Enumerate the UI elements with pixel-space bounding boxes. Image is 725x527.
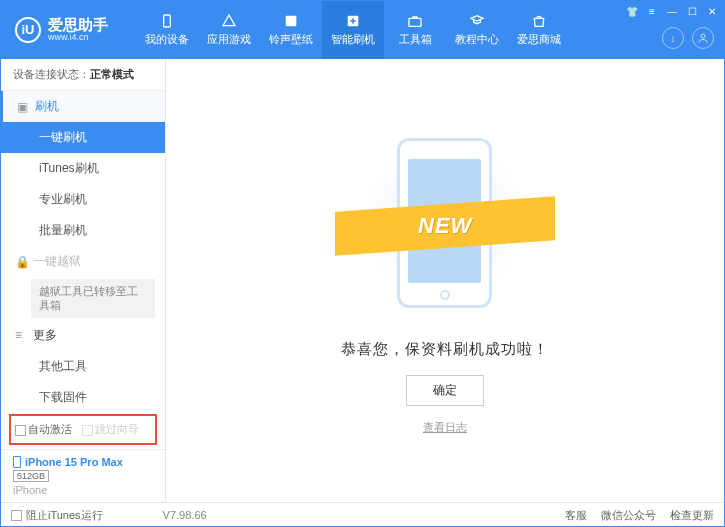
svg-rect-1 [286,16,297,27]
nav-smart-flash[interactable]: 智能刷机 [322,1,384,59]
block-itunes-checkbox[interactable]: 阻止iTunes运行 [11,508,103,523]
logo: iU 爱思助手 www.i4.cn [1,17,118,43]
menu-download-fw[interactable]: 下载固件 [1,382,165,410]
menu-icon[interactable]: ≡ [646,5,658,17]
footer: 阻止iTunes运行 V7.98.66 客服 微信公众号 检查更新 [1,502,724,527]
window-controls: 👕 ≡ — ☐ ✕ [626,5,718,17]
nav-apps-games[interactable]: 应用游戏 [198,1,260,59]
footer-support[interactable]: 客服 [565,508,587,523]
menu-group-jailbreak[interactable]: 🔒一键越狱 [1,246,165,277]
logo-icon: iU [15,17,41,43]
close-icon[interactable]: ✕ [706,5,718,17]
footer-update[interactable]: 检查更新 [670,508,714,523]
menu-other-tools[interactable]: 其他工具 [1,351,165,382]
activation-options: 自动激活 跳过向导 [9,414,157,445]
svg-rect-0 [164,15,171,27]
footer-wechat[interactable]: 微信公众号 [601,508,656,523]
skip-guide-checkbox: 跳过向导 [82,422,139,437]
sidebar: 设备连接状态：正常模式 ▣刷机 一键刷机 iTunes刷机 专业刷机 批量刷机 … [1,59,166,502]
user-button[interactable] [692,27,714,49]
nav-my-device[interactable]: 我的设备 [136,1,198,59]
app-url: www.i4.cn [48,33,108,43]
nav-store[interactable]: 爱思商城 [508,1,570,59]
skin-icon[interactable]: 👕 [626,5,638,17]
menu-group-flash[interactable]: ▣刷机 [1,91,165,122]
view-log-link[interactable]: 查看日志 [423,420,467,435]
menu-group-more[interactable]: ≡更多 [1,320,165,351]
device-storage: 512GB [13,470,49,482]
device-type: iPhone [13,484,153,496]
auto-activate-checkbox[interactable]: 自动激活 [15,422,72,437]
svg-point-4 [701,34,705,38]
device-info[interactable]: iPhone 15 Pro Max 512GB iPhone [1,449,165,502]
ok-button[interactable]: 确定 [406,375,484,406]
version-label: V7.98.66 [163,509,207,521]
app-header: iU 爱思助手 www.i4.cn 我的设备 应用游戏 铃声壁纸 智能刷机 工具… [1,1,724,59]
main-content: NEW 恭喜您，保资料刷机成功啦！ 确定 查看日志 [166,59,724,502]
top-nav: 我的设备 应用游戏 铃声壁纸 智能刷机 工具箱 教程中心 爱思商城 [136,1,570,59]
download-button[interactable]: ↓ [662,27,684,49]
flash-icon: ▣ [17,100,29,114]
menu-onekey-flash[interactable]: 一键刷机 [1,122,165,153]
nav-tutorials[interactable]: 教程中心 [446,1,508,59]
svg-rect-3 [409,18,421,26]
lock-icon: 🔒 [15,255,27,269]
nav-ringtones[interactable]: 铃声壁纸 [260,1,322,59]
success-illustration: NEW [355,126,535,326]
minimize-icon[interactable]: — [666,5,678,17]
success-message: 恭喜您，保资料刷机成功啦！ [341,340,549,359]
nav-toolbox[interactable]: 工具箱 [384,1,446,59]
menu-itunes-flash[interactable]: iTunes刷机 [1,153,165,184]
phone-icon [13,456,21,468]
menu-pro-flash[interactable]: 专业刷机 [1,184,165,215]
jailbreak-note: 越狱工具已转移至工具箱 [31,279,155,318]
app-title: 爱思助手 [48,17,108,34]
connection-status: 设备连接状态：正常模式 [1,59,165,91]
maximize-icon[interactable]: ☐ [686,5,698,17]
menu-batch-flash[interactable]: 批量刷机 [1,215,165,246]
more-icon: ≡ [15,328,27,342]
